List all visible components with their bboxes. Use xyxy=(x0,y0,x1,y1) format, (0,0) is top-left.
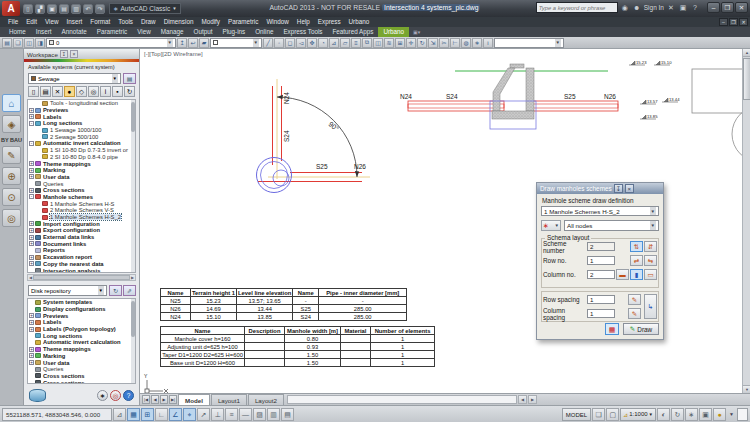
annotation-visibility-icon[interactable]: ◐ xyxy=(657,408,670,421)
expander-icon[interactable]: + xyxy=(29,241,34,246)
first-tab-icon[interactable]: |◀ xyxy=(142,395,150,404)
tree-item[interactable]: -Manhole schemes xyxy=(28,194,135,201)
numbering-direction-down-icon[interactable]: ⇅ xyxy=(630,241,643,252)
search-binoculars-icon[interactable]: ◉ xyxy=(620,3,630,13)
dynamic-input-toggle[interactable]: ≡ xyxy=(225,408,238,421)
system-combo[interactable]: Sewage ▼ xyxy=(28,73,121,84)
menu-tools[interactable]: Tools xyxy=(114,17,137,27)
tree-item[interactable]: Cross sections xyxy=(28,379,135,384)
transparency-toggle[interactable]: ▨ xyxy=(253,408,266,421)
copy-icon[interactable]: ⧉ xyxy=(362,38,372,48)
tree-item[interactable]: Intersection analysis xyxy=(28,267,135,273)
mirror-icon[interactable]: ◫ xyxy=(373,38,383,48)
urbano-repository-icon[interactable]: ◎ xyxy=(2,209,21,227)
pick-column-spacing-icon[interactable]: ✎ xyxy=(628,308,641,319)
coordinates-readout[interactable]: 5521188.571, 4883048.546, 0.000 xyxy=(2,408,112,421)
tree-item[interactable]: +User data xyxy=(28,359,135,366)
repository-combo[interactable]: Disk repository ▼ xyxy=(28,285,107,296)
tree-item[interactable]: +Import configuration xyxy=(28,220,135,227)
layer-unisolate-icon[interactable]: ◨ xyxy=(35,38,45,48)
snap-mode-toggle[interactable]: ▦ xyxy=(127,408,140,421)
save-icon[interactable]: ▣ xyxy=(47,4,57,14)
quick-properties-toggle[interactable]: ▥ xyxy=(267,408,280,421)
clean-screen-button[interactable] xyxy=(737,408,748,421)
panel-close-icon[interactable]: × xyxy=(70,50,78,58)
ortho-mode-toggle[interactable]: ∟ xyxy=(155,408,168,421)
urbano-draw-icon[interactable]: ✎ xyxy=(2,146,21,164)
draw-button[interactable]: ✎ Draw xyxy=(623,323,659,335)
expander-icon[interactable]: + xyxy=(29,161,34,166)
exchange-icon[interactable]: ✕ xyxy=(666,3,676,13)
expander-icon[interactable]: + xyxy=(29,255,34,260)
tree-item[interactable]: +Labels (Polygon topology) xyxy=(28,326,135,333)
extend-icon[interactable]: ⊢ xyxy=(450,38,460,48)
menu-format[interactable]: Format xyxy=(86,17,114,27)
urbano-info-icon[interactable]: i xyxy=(483,38,493,48)
tab-layout1[interactable]: Layout1 xyxy=(211,394,247,405)
sign-in-label[interactable]: Sign In xyxy=(644,4,664,11)
trim-icon[interactable]: ✂ xyxy=(439,38,449,48)
expander-icon[interactable]: - xyxy=(29,194,34,199)
expander-icon[interactable]: + xyxy=(29,360,34,365)
tree-item[interactable]: +Document links xyxy=(28,240,135,247)
tree-item[interactable]: 1 SI 10-80 Dp 0.7-3.5 invert or xyxy=(28,147,135,154)
zoom-window-icon[interactable]: ◻ xyxy=(285,38,295,48)
edit-item-icon[interactable]: ▤ xyxy=(40,86,51,97)
autocad-logo-icon[interactable]: A xyxy=(2,1,20,16)
menu-window[interactable]: Window xyxy=(262,17,292,27)
lock-icon[interactable]: ▣ xyxy=(678,3,688,13)
tree-item[interactable]: 1 Sewage 1000/100 xyxy=(28,127,135,134)
scheme-definition-combo[interactable]: 1 Manhole Schemes H-S_2 ▼ xyxy=(541,206,659,216)
item-info-icon[interactable]: i xyxy=(100,86,111,97)
mark-item-icon[interactable]: ▪ xyxy=(112,86,123,97)
menu-urbano[interactable]: Urbano xyxy=(345,17,374,27)
table-preview-button[interactable]: ▦ xyxy=(605,323,619,335)
tree-item[interactable]: +Marking xyxy=(28,353,135,360)
urbano-config-icon[interactable]: ∗ xyxy=(472,38,482,48)
ribbon-tab-insert[interactable]: Insert xyxy=(31,27,57,37)
match-properties-icon[interactable]: ▰ xyxy=(199,38,209,48)
ribbon-tab-annotate[interactable]: Annotate xyxy=(57,27,92,37)
tree-scrollbar[interactable] xyxy=(131,299,135,383)
menu-insert[interactable]: Insert xyxy=(63,17,87,27)
menu-view[interactable]: View xyxy=(41,17,63,27)
pan-icon[interactable]: ✥ xyxy=(307,38,317,48)
save-as-icon[interactable]: ▤ xyxy=(59,4,69,14)
scroll-left-icon[interactable]: ◀ xyxy=(29,275,32,280)
tree-item[interactable]: -Long sections xyxy=(28,120,135,127)
menu-dimension[interactable]: Dimension xyxy=(160,17,198,27)
area-icon[interactable]: ▱ xyxy=(340,38,350,48)
menu-modify[interactable]: Modify xyxy=(197,17,224,27)
draw-node-icon[interactable]: ◦ xyxy=(274,38,284,48)
ribbon-tab-home[interactable]: Home xyxy=(4,27,31,37)
open-icon[interactable]: ▞ xyxy=(35,4,45,14)
tree-scrollbar[interactable] xyxy=(131,100,135,272)
next-tab-icon[interactable]: ▶ xyxy=(160,395,168,404)
undo-icon[interactable]: ↶ xyxy=(83,4,93,14)
expander-icon[interactable]: + xyxy=(29,188,34,193)
tree-item[interactable]: 1 Manhole Schemes H-S xyxy=(28,200,135,207)
expander-icon[interactable]: - xyxy=(29,121,34,126)
expander-icon[interactable]: + xyxy=(29,228,34,233)
layer-combo[interactable]: 0 ▼ xyxy=(46,38,176,48)
scroll-up-icon[interactable]: ▲ xyxy=(743,49,750,57)
lineweight-toggle[interactable]: — xyxy=(239,408,252,421)
tree-item[interactable]: +User data xyxy=(28,174,135,181)
expander-icon[interactable]: + xyxy=(29,261,34,266)
infer-constraints-toggle[interactable]: ⊿ xyxy=(113,408,126,421)
tab-model[interactable]: Model xyxy=(178,394,210,405)
ribbon-overflow-icon[interactable]: ▣▾ xyxy=(413,29,420,35)
tree-item[interactable]: +Theme mappings xyxy=(28,346,135,353)
order-right-left-icon[interactable]: ⇆ xyxy=(644,255,657,266)
ribbon-tab-express-tools[interactable]: Express Tools xyxy=(278,27,327,37)
zoom-previous-icon[interactable]: ◅ xyxy=(296,38,306,48)
tree-item[interactable]: Display configurations xyxy=(28,306,135,313)
ribbon-tab-featured-apps[interactable]: Featured Apps xyxy=(327,27,378,37)
order-left-right-icon[interactable]: ⇄ xyxy=(630,255,643,266)
list-icon[interactable]: ≡ xyxy=(351,38,361,48)
tree-item[interactable]: Long sections xyxy=(28,332,135,339)
urbano-tools-icon[interactable]: ⊕ xyxy=(2,167,21,185)
ribbon-tab-output[interactable]: Output xyxy=(189,27,218,37)
ribbon-tab-manage[interactable]: Manage xyxy=(156,27,189,37)
expander-icon[interactable]: + xyxy=(29,235,34,240)
